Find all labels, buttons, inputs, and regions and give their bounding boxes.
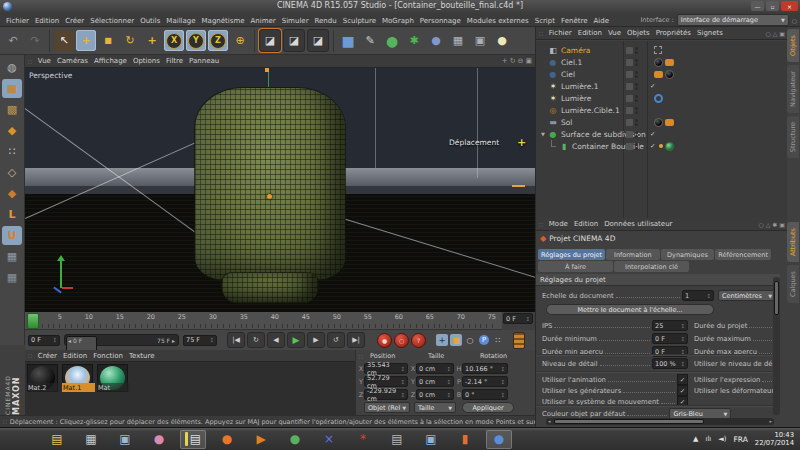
checkbox[interactable]: ✓ [677,374,688,385]
loop-button[interactable]: ↺ [327,332,345,348]
render-visibility-dot[interactable] [635,123,638,126]
side-tab[interactable]: Calques [787,265,799,303]
last-used-tool[interactable]: + [142,30,162,51]
rotation-field[interactable]: -2.14 °↕ [462,376,508,387]
position-field[interactable]: 35.543 cm↕ [364,363,408,374]
horizontal-scrollbar[interactable]: ◂ ▸ [546,418,774,425]
taskbar-app-grid[interactable]: ▦ [78,430,104,449]
add-spline-button[interactable]: ✎ [360,30,380,51]
editor-visibility-dot[interactable] [635,131,638,134]
render-visibility-dot[interactable] [635,51,638,54]
current-frame-field[interactable]: 0 F↕ [28,335,60,346]
size-field[interactable]: 0 cm↕ [416,389,454,400]
network-icon[interactable]: ılı [705,435,711,443]
visibility-toggles[interactable] [626,70,638,79]
object-name[interactable]: Caméra [561,46,590,55]
menu-item[interactable]: Maillage [163,17,198,25]
axis-mode-button[interactable]: L [2,205,22,224]
menu-item[interactable]: Outils [137,17,163,25]
object-manager-menu-item[interactable]: Vue [605,29,624,37]
perspective-viewport[interactable]: Perspective Déplacement + [25,68,535,312]
render-visibility-dot[interactable] [635,135,638,138]
tag-chip[interactable] [654,71,663,78]
material-item[interactable]: Mat [97,364,130,392]
object-row[interactable]: ▮ Container Bouteille ✓ [536,140,787,152]
minimize-button[interactable]: — [751,1,764,11]
play-mode-button[interactable]: ↻ [247,332,265,348]
add-camera-button[interactable]: ▣ [470,30,490,51]
viewport-menu-item[interactable]: Caméras [54,57,91,65]
x-axis-lock[interactable]: X [164,30,184,51]
enabled-check-icon[interactable]: ✓ [650,142,655,150]
axis-handle[interactable] [265,68,269,72]
taskbar-explorer[interactable]: ▤ [44,430,70,449]
material-item[interactable]: Mat.1 [62,364,95,392]
search-icon[interactable]: ○ [758,221,763,228]
taskbar-firefox[interactable]: ● [214,430,240,449]
taskbar-computer[interactable]: ▣ [112,430,138,449]
interface-dropdown[interactable]: Interface de démarrage▼ [677,14,789,26]
key-rotation-toggle[interactable]: ○ [464,334,476,346]
spinner-icon[interactable]: ↕ [525,316,530,322]
layer-chip[interactable] [626,107,633,114]
tag-chip[interactable] [665,70,674,79]
tag-chip[interactable] [654,118,663,127]
attribute-menu-item[interactable]: Edition [571,220,601,228]
layer-chip[interactable] [626,95,633,102]
search-icon[interactable]: ○ [792,17,797,24]
clock[interactable]: 10:43 22/07/2014 [755,431,794,447]
object-name[interactable]: Lumière.Cible.1 [561,106,620,115]
bottle-model[interactable] [195,88,345,280]
live-selection-tool[interactable]: ↖ [54,30,74,51]
visibility-toggles[interactable] [626,82,638,91]
panel-handle-icon[interactable]: ∷ [28,352,32,359]
workplane-lock-button[interactable]: ▦ [2,247,22,266]
keyframe-film-icon[interactable] [513,332,525,349]
position-field[interactable]: 52.729 cm↕ [364,376,408,387]
gear-icon[interactable]: ✱ [772,221,777,228]
viewport-menu-item[interactable]: Vue [35,57,54,65]
panel-handle-icon[interactable]: ∷ [359,353,363,360]
visibility-toggles[interactable] [626,142,638,151]
record-keyframe-button[interactable]: ● [377,333,392,348]
lock-icon[interactable]: △ [766,221,771,228]
tag-chip[interactable] [654,46,662,54]
timeline-ruler[interactable]: 051015202530354045505560657075 [25,312,502,330]
layer-chip[interactable] [626,119,633,126]
menu-item[interactable]: Sculpture [340,17,379,25]
render-view-button[interactable]: ◪ [259,29,281,52]
rotate-tool[interactable]: ↻ [120,30,140,51]
taskbar-media-player-classic[interactable]: ▤ [180,430,206,449]
light-parameter-handle[interactable] [512,185,525,187]
add-environment-button[interactable]: ● [426,30,446,51]
editor-visibility-dot[interactable] [635,95,638,98]
viewport-menu-item[interactable]: Affichage [91,57,130,65]
visibility-toggles[interactable] [626,58,638,67]
layer-chip[interactable] [626,71,633,78]
attribute-tab[interactable]: Réglages du projet [538,249,605,260]
workplane-mode-button[interactable]: ◆ [2,121,22,140]
y-axis-lock[interactable]: Y [186,30,206,51]
viewport-label[interactable]: Perspective [29,71,72,80]
material-menu-item[interactable]: Fonction [90,352,126,360]
object-row[interactable]: ● Ciel.1 [536,56,787,68]
editor-visibility-dot[interactable] [635,47,638,50]
restore-button[interactable]: ▫ [766,1,779,11]
menu-item[interactable]: Rendu [312,17,340,25]
attribute-menu-item[interactable]: Données utilisateur [601,220,675,228]
move-tool[interactable]: + [76,30,96,51]
object-row[interactable]: ▼ ● Surface de subdivision ✓ [536,128,787,140]
zoom-view-icon[interactable]: ⊖ [518,57,524,65]
tag-chip[interactable] [654,94,663,103]
attribute-tab[interactable]: Dynamiques [661,249,715,260]
previous-frame-button[interactable]: ◀ [267,332,285,348]
tray-expand-icon[interactable]: ▲ [693,435,698,443]
side-tab[interactable]: Objets [787,29,799,62]
model-mode-button[interactable]: ■ [2,79,22,98]
menu-item[interactable]: MoGraph [379,17,417,25]
goto-end-button[interactable]: ▶| [347,332,365,348]
tag-chip[interactable] [659,144,663,148]
convert-editable-button[interactable]: ◍ [2,58,22,77]
scale-tool[interactable]: ■ [98,30,118,51]
object-name[interactable]: Sol [561,118,572,127]
